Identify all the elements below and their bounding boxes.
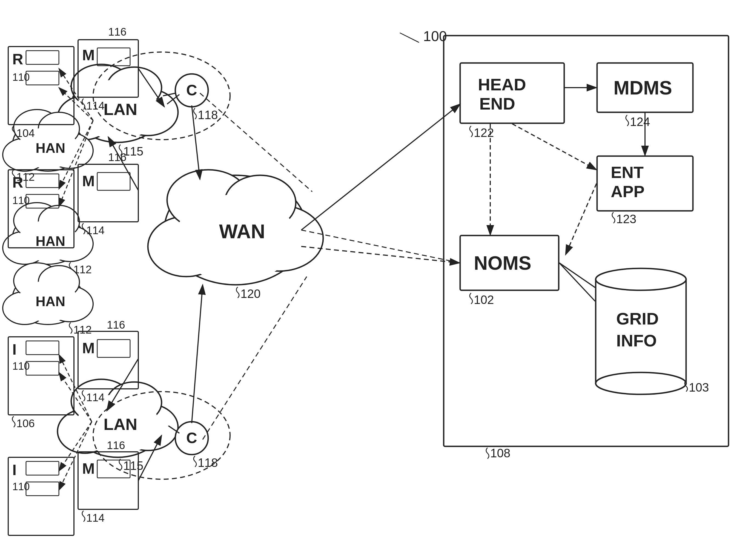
ref-115-bottom: 115 [123, 459, 143, 472]
ent-app-label2: APP [611, 182, 644, 201]
ref-110-r1: 110 [12, 72, 29, 83]
ref-114-bottom1: 114 [86, 391, 105, 403]
han-top1-label: HAN [36, 140, 65, 156]
lan-bottom-label: LAN [103, 415, 137, 434]
c-top-label: C [186, 82, 197, 99]
lan-top-label: LAN [103, 100, 137, 119]
ref-110-i1: 110 [12, 360, 29, 372]
head-end-label2: END [479, 94, 515, 113]
m-bottom2-label: M [82, 460, 95, 477]
ref-104: 104 [16, 127, 35, 139]
ref-114-bottom2: 114 [86, 512, 105, 524]
ref-102: 102 [474, 293, 494, 306]
r-top1-label: R [12, 51, 23, 68]
han-top2-label: HAN [36, 234, 65, 249]
ref-118-top: 118 [198, 108, 218, 122]
r-top2-label: R [12, 174, 23, 191]
ref-110-r2: 110 [12, 195, 29, 206]
ref-108: 108 [490, 446, 510, 460]
mdms-label: MDMS [614, 77, 672, 99]
noms-label: NOMS [474, 253, 531, 274]
ref-114-top2: 114 [86, 224, 105, 236]
ref-110-i2: 110 [12, 481, 29, 492]
ref-116-bottom1: 116 [107, 319, 125, 331]
c-bottom-label: C [186, 429, 197, 446]
ref-116-bottom2: 116 [107, 439, 125, 451]
grid-info-label: GRID [616, 309, 659, 328]
ref-123: 123 [616, 212, 636, 226]
m-bottom1-label: M [82, 340, 95, 357]
i-bottom2-label: I [12, 461, 16, 478]
m-top1-label: M [82, 46, 95, 63]
i-bottom1-label: I [12, 341, 16, 358]
ent-app-label: ENT [611, 163, 643, 182]
ref-124: 124 [630, 115, 650, 128]
han-bottom-label: HAN [36, 294, 65, 309]
m-top2-label: M [82, 173, 95, 189]
ref-120-wan: 120 [240, 287, 260, 300]
ref-112-bottom: 112 [74, 324, 92, 336]
grid-info-top [596, 268, 686, 290]
grid-info-bottom [596, 373, 686, 394]
ref-122: 122 [474, 126, 494, 139]
ref-116-top1: 116 [108, 26, 126, 38]
ref-103: 103 [689, 381, 709, 394]
head-end-label: HEAD [478, 75, 526, 94]
ref-118-bottom: 118 [198, 456, 218, 469]
wan-label: WAN [219, 220, 265, 242]
grid-info-label2: INFO [616, 331, 657, 350]
ref-106: 106 [16, 417, 35, 429]
